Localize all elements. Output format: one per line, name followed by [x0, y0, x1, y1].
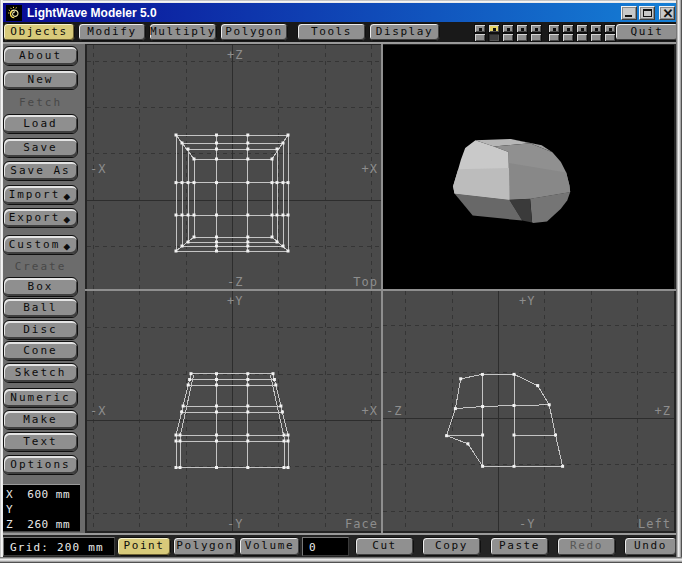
layer-5-foreground-button[interactable]: [530, 24, 542, 33]
sidebar-button-ball[interactable]: Ball: [3, 298, 78, 318]
wireframe-point: [281, 411, 284, 414]
wireframe-point: [215, 378, 218, 381]
wireframe-point: [190, 372, 193, 375]
action-button-cut[interactable]: Cut: [355, 537, 414, 556]
wireframe-point: [215, 440, 218, 443]
popup-arrows-icon: ◆: [63, 238, 70, 255]
layer-9-background-button[interactable]: [590, 33, 602, 42]
wireframe-point: [246, 440, 249, 443]
sidebar-button-numeric[interactable]: Numeric: [3, 388, 78, 408]
menu-tab-modify[interactable]: Modify: [78, 23, 146, 41]
layer-6-foreground-button[interactable]: [548, 24, 560, 33]
layer-8-foreground-button[interactable]: [576, 24, 588, 33]
sidebar-button-save-as[interactable]: Save As: [3, 161, 78, 181]
viewport-divider-horizontal[interactable]: [85, 289, 676, 291]
menu-tab-display[interactable]: Display: [369, 23, 440, 41]
menu-tab-multiply[interactable]: Multiply: [149, 23, 217, 41]
sidebar-button-about[interactable]: About: [3, 46, 78, 66]
layer-4-foreground-button[interactable]: [516, 24, 528, 33]
wireframe-point: [187, 214, 190, 217]
action-button-copy[interactable]: Copy: [422, 537, 481, 556]
viewport-name-label: Top: [353, 275, 378, 289]
wireframe-point: [215, 466, 218, 469]
maximize-button[interactable]: [639, 6, 655, 20]
layer-10-background-button[interactable]: [604, 33, 616, 42]
viewport-background: [87, 45, 381, 289]
layer-8-background-button[interactable]: [576, 33, 588, 42]
viewport-face[interactable]: +Y-Y-X+XFace: [87, 291, 381, 531]
action-button-undo[interactable]: Undo: [624, 537, 677, 556]
wireframe-point: [283, 440, 286, 443]
wireframe-point: [271, 181, 274, 184]
axis-label: -X: [90, 404, 106, 418]
sidebar-button-custom[interactable]: Custom◆: [3, 235, 78, 255]
wireframe-point: [272, 372, 275, 375]
layer-9-foreground-button[interactable]: [590, 24, 602, 33]
layer-1-background-button[interactable]: [474, 33, 486, 42]
wireframe-point: [445, 434, 448, 437]
layer-10-foreground-button[interactable]: [604, 24, 616, 33]
menu-tab-objects[interactable]: Objects: [3, 23, 75, 41]
minimize-button[interactable]: [621, 6, 637, 20]
axis-label: +X: [362, 162, 378, 176]
sidebar-button-text[interactable]: Text: [3, 432, 78, 452]
mode-button-polygon[interactable]: Polygon: [173, 537, 237, 556]
layer-1-foreground-button[interactable]: [474, 24, 486, 33]
layer-dot-icon: [479, 28, 482, 31]
sidebar-button-new[interactable]: New: [3, 70, 78, 90]
viewport-divider-vertical[interactable]: [381, 42, 383, 533]
title-bar[interactable]: LightWave Modeler 5.0 ✕: [3, 3, 679, 22]
layer-3-foreground-button[interactable]: [502, 24, 514, 33]
mode-button-volume[interactable]: Volume: [239, 537, 300, 556]
wireframe-point: [175, 181, 178, 184]
logo-ray: [9, 10, 10, 11]
sidebar-button-save[interactable]: Save: [3, 138, 78, 158]
layer-2-foreground-button[interactable]: [488, 24, 500, 33]
viewport-left[interactable]: +Y-Y-Z+ZLeft: [383, 291, 674, 531]
menu-tab-tools[interactable]: Tools: [297, 23, 366, 41]
wireframe-point: [179, 440, 182, 443]
action-button-paste[interactable]: Paste: [490, 537, 549, 556]
layer-6-background-button[interactable]: [548, 33, 560, 42]
layer-4-background-button[interactable]: [516, 33, 528, 42]
selection-count-field: 0: [302, 537, 349, 556]
sidebar-button-disc[interactable]: Disc: [3, 320, 78, 340]
axis-label: +Z: [227, 48, 243, 62]
sidebar-button-options[interactable]: Options: [3, 455, 78, 475]
sidebar-button-sketch[interactable]: Sketch: [3, 363, 78, 383]
minimize-icon: [625, 15, 632, 17]
window-controls: ✕: [619, 6, 675, 20]
window-frame-left: [0, 0, 3, 563]
wireframe-point: [193, 236, 196, 239]
layer-2-background-button[interactable]: [488, 33, 500, 42]
sidebar-button-export[interactable]: Export◆: [3, 208, 78, 228]
wireframe-point: [181, 245, 184, 248]
layer-3-background-button[interactable]: [502, 33, 514, 42]
sidebar-button-load[interactable]: Load: [3, 114, 78, 134]
bottom-bar: Grid: 200 mm 0 PointPolygonVolumeCutCopy…: [3, 533, 679, 557]
axis-label: -Z: [227, 275, 243, 289]
quit-button[interactable]: Quit: [615, 23, 679, 41]
viewport-top[interactable]: +Z-Z-X+XTop: [87, 45, 381, 289]
close-button[interactable]: ✕: [659, 6, 675, 20]
layer-7-foreground-button[interactable]: [562, 24, 574, 33]
viewport-preview[interactable]: [383, 45, 674, 289]
wireframe-point: [246, 466, 249, 469]
grid-size-field: Grid: 200 mm: [3, 537, 115, 556]
layer-dot-icon: [553, 28, 556, 31]
wireframe-point: [246, 378, 249, 381]
logo-ray: [16, 7, 17, 8]
sidebar-button-import[interactable]: Import◆: [3, 185, 78, 205]
action-button-redo[interactable]: Redo: [557, 537, 616, 556]
layer-5-background-button[interactable]: [530, 33, 542, 42]
sidebar-button-cone[interactable]: Cone: [3, 341, 78, 361]
mode-button-point[interactable]: Point: [117, 537, 171, 556]
wireframe-point: [287, 250, 290, 253]
sidebar-button-box[interactable]: Box: [3, 277, 78, 297]
wireframe-point: [246, 214, 249, 217]
sidebar-button-make[interactable]: Make: [3, 410, 78, 430]
wireframe-point: [554, 434, 557, 437]
infobox-line: Z 260 mm: [6, 517, 80, 532]
menu-tab-polygon[interactable]: Polygon: [220, 23, 288, 41]
layer-7-background-button[interactable]: [562, 33, 574, 42]
